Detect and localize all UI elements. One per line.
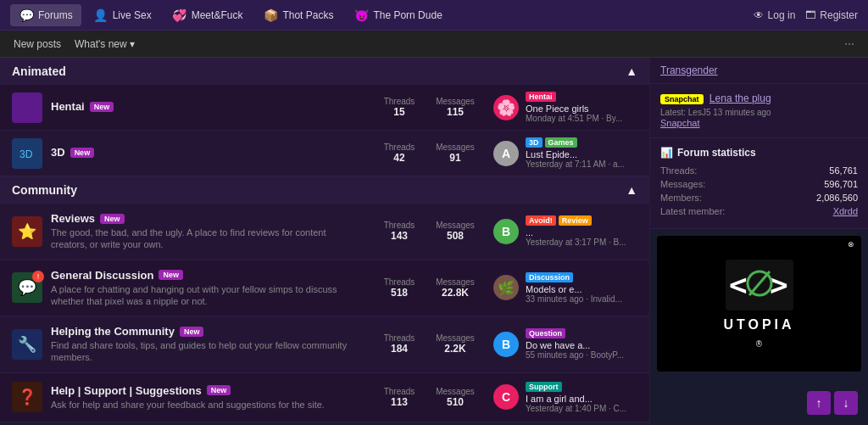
general-messages: Messages 22.8K [434,277,476,299]
3d-latest-tags: 3D Games [526,137,637,148]
helping-title[interactable]: Helping the Community [51,325,175,338]
support-latest-info: Support I am a girl and... Yesterday at … [526,382,637,413]
nav-item-meetfuck[interactable]: 💞 Meet&Fuck [164,4,252,26]
section-animated-toggle[interactable]: ▲ [626,64,637,78]
stats-row-members: Members: 2,086,560 [660,193,858,203]
helping-icon: 🔧 [12,329,42,360]
support-icon: ❓ [12,382,42,412]
games-tag: Games [545,137,577,148]
more-options-icon[interactable]: ⋯ [844,38,854,50]
hentai-title[interactable]: Hentai [51,100,85,113]
secondary-nav-links: New posts What's new ▾ [14,38,135,50]
nav-right: 👁 Log in 🗔 Register [754,9,858,21]
general-info: General Discussion New A place for chatt… [51,269,361,308]
nav-item-thotpacks[interactable]: 📦 Thot Packs [254,4,342,26]
reviews-latest: B Avoid! Review ... Yesterday at 3:17 PM… [493,215,637,247]
user-category[interactable]: Snapchat [660,118,699,128]
general-title[interactable]: General Discussion [51,269,153,282]
secondary-nav: New posts What's new ▾ ⋯ [0,31,868,58]
support-stats: Threads 113 Messages 510 [378,387,476,408]
nav-item-forums[interactable]: 💬 Forums [10,4,81,26]
3d-latest: A 3D Games Lust Epide... Yesterday at 7:… [493,137,637,169]
section-community: Community ▲ [0,176,649,204]
reviews-messages: Messages 508 [434,221,476,242]
hentai-latest-tags: Hentai [526,92,637,102]
helping-info: Helping the Community New Find and share… [51,325,361,364]
avoid-tag: Avoid! [526,215,556,226]
general-latest-meta: 33 minutes ago · Invalid... [526,294,637,304]
reviews-title-row: Reviews New [51,212,361,225]
porndude-icon: 😈 [353,8,369,23]
helping-stats: Threads 184 Messages 2.2K [378,333,476,355]
register-button[interactable]: 🗔 Register [805,9,858,21]
support-latest-title[interactable]: I am a girl and... [526,394,637,404]
general-badge: New [159,270,183,280]
support-title[interactable]: Help | Support | Suggestions [51,384,202,397]
3d-stats: Threads 42 Messages 91 [378,143,476,164]
reviews-latest-info: Avoid! Review ... Yesterday at 3:17 PM ·… [526,215,637,247]
helping-messages: Messages 2.2K [434,333,476,355]
hentai-stats: Threads 15 Messages 115 [378,97,476,118]
reviews-latest-meta: Yesterday at 3:17 PM · B... [526,238,637,247]
reviews-desc: The good, the bad, and the ugly. A place… [51,226,361,251]
general-threads: Threads 518 [378,277,420,299]
transgender-link[interactable]: Transgender [660,64,718,76]
helping-latest-info: Question Do we have a... 55 minutes ago … [526,328,637,360]
helping-latest-avatar: B [493,332,519,357]
general-latest: 🌿 Discussion Models or e... 33 minutes a… [493,272,637,304]
hentai-latest-meta: Monday at 4:51 PM · By... [526,114,637,123]
sidebar: Transgender Snapchat Lena the plug Lates… [649,58,868,425]
section-community-toggle[interactable]: ▲ [626,183,637,197]
sidebar-username[interactable]: Lena the plug [709,92,771,104]
utopia-logo: < > UTOPIA ® [723,260,794,349]
bar-chart-icon: 📊 [660,147,673,159]
general-icon: 💬 ! [12,272,42,303]
general-latest-title[interactable]: Models or e... [526,284,637,294]
main-layout: Animated ▲ 🖼 Hentai New Threads 15 [0,58,868,425]
3d-title[interactable]: 3D [51,146,65,159]
support-latest-meta: Yesterday at 1:40 PM · C... [526,404,637,413]
hentai-latest-title[interactable]: One Piece girls [526,103,637,114]
reviews-latest-avatar: B [493,219,519,244]
hentai-threads: Threads 15 [378,97,420,118]
helping-latest-title[interactable]: Do we have a... [526,340,637,350]
3d-icon: 3D [12,138,42,169]
forum-row-support: ❓ Help | Support | Suggestions New Ask f… [0,373,649,422]
utopia-icon: < > [726,260,793,310]
ad-close-button[interactable]: ⊗ [844,239,858,249]
reviews-title[interactable]: Reviews [51,212,95,225]
nav-label-forums: Forums [38,9,73,21]
3d-title-row: 3D New [51,146,361,159]
hentai-latest-info: Hentai One Piece girls Monday at 4:51 PM… [526,92,637,123]
whats-new-link[interactable]: What's new ▾ [75,38,135,50]
support-latest-tags: Support [526,382,637,392]
3d-messages: Messages 91 [434,143,476,164]
general-stats: Threads 518 Messages 22.8K [378,277,476,299]
forum-row-general: 💬 ! General Discussion New A place for c… [0,260,649,317]
scroll-up-button[interactable]: ↑ [807,391,831,415]
sidebar-stats: 📊 Forum statistics Threads: 56,761 Messa… [650,138,868,229]
forum-row-reviews: ⭐ Reviews New The good, the bad, and the… [0,204,649,260]
nav-item-livesex[interactable]: 👤 Live Sex [85,4,160,26]
nav-label-porndude: The Porn Dude [373,9,442,21]
reviews-latest-tags: Avoid! Review [526,215,637,226]
latest-member-link[interactable]: Xdrdd [833,206,858,216]
nav-item-porndude[interactable]: 😈 The Porn Dude [345,4,450,26]
login-icon: 👁 [754,9,764,21]
sidebar-user-meta: Latest: LesJ5 13 minutes ago [660,108,858,117]
reviews-latest-title[interactable]: ... [526,227,637,238]
discussion-tag: Discussion [526,272,573,282]
chevron-down-icon: ▾ [130,38,135,50]
forum-row-helping: 🔧 Helping the Community New Find and sha… [0,316,649,373]
general-latest-tags: Discussion [526,272,637,282]
scroll-down-button[interactable]: ↓ [834,391,858,415]
section-animated: Animated ▲ [0,58,649,85]
login-button[interactable]: 👁 Log in [754,9,796,21]
3d-latest-title[interactable]: Lust Epide... [526,149,637,159]
forum-row-3d: 3D 3D New Threads 42 Messages 91 [0,131,649,176]
support-latest-avatar: C [493,384,519,410]
livesex-icon: 👤 [93,8,108,23]
3d-badge: New [70,148,95,158]
new-posts-link[interactable]: New posts [14,38,61,50]
support-info: Help | Support | Suggestions New Ask for… [51,384,361,411]
